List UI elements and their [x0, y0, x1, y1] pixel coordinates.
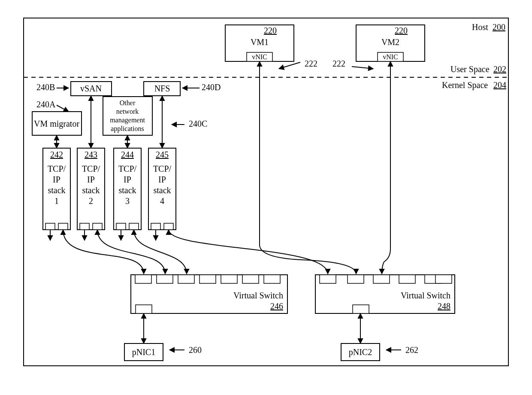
svg-rect-27 [348, 275, 364, 283]
svg-rect-24 [136, 305, 152, 313]
vm-migrator-label: VM migrator [34, 119, 79, 129]
svg-rect-9 [93, 223, 102, 230]
nfs-label: NFS [154, 84, 170, 93]
svg-rect-12 [129, 223, 139, 230]
svg-rect-6 [58, 223, 68, 230]
vm1-vnic-callout: 222 [305, 59, 317, 68]
stack2-l1: TCP/ [82, 164, 100, 173]
svg-rect-11 [116, 223, 126, 230]
tcpip-stack-1: 242 TCP/ IP stack 1 [43, 148, 70, 230]
vm1-name: VM1 [251, 37, 269, 47]
svg-rect-28 [373, 275, 390, 283]
stack1-l2: IP [53, 175, 60, 184]
vswitch1-label: Virtual Switch [233, 291, 283, 300]
pnic1-label: pNIC1 [132, 347, 155, 357]
virtual-switch-2: Virtual Switch 248 [315, 275, 455, 313]
svg-rect-23 [264, 275, 280, 283]
user-space-ref: 202 [493, 64, 506, 74]
stack4-l2: IP [158, 175, 166, 184]
stack2-ref: 243 [85, 150, 97, 159]
svg-rect-32 [353, 305, 369, 313]
stack4-ref: 245 [156, 150, 169, 159]
other-apps-l3: management [110, 116, 145, 124]
tcpip-stack-4: 245 TCP/ IP stack 4 [148, 148, 176, 230]
stack4-l3: stack [153, 185, 171, 195]
other-apps-l4: applications [111, 125, 144, 133]
svg-rect-19 [178, 275, 194, 283]
svg-rect-14 [151, 223, 160, 230]
stack1-ref: 242 [50, 150, 63, 159]
svg-rect-21 [221, 275, 237, 283]
vswitch2-ref: 248 [438, 301, 450, 311]
stack2-l4: 2 [89, 196, 93, 206]
stack1-l3: stack [48, 185, 65, 195]
virtual-switch-1: Virtual Switch 246 [131, 275, 287, 313]
stack4-l1: TCP/ [153, 164, 172, 173]
svg-rect-18 [157, 275, 173, 283]
kernel-space-label: Kernel Space [442, 80, 488, 90]
vswitch2-label: Virtual Switch [401, 291, 450, 300]
vm2-name: VM2 [381, 37, 399, 47]
svg-rect-8 [80, 223, 89, 230]
stack3-l2: IP [124, 175, 131, 184]
stack3-ref: 244 [121, 150, 134, 159]
other-apps-l2: network [116, 108, 139, 115]
svg-rect-31 [435, 275, 452, 283]
other-apps-callout: 240C [189, 119, 207, 128]
svg-rect-15 [164, 223, 173, 230]
stack4-l4: 4 [160, 196, 164, 206]
vsan-callout: 240B [36, 82, 55, 92]
vm2-block: 220 VM2 vNIC [356, 25, 425, 61]
svg-rect-5 [45, 223, 55, 230]
vm2-vnic-callout: 222 [332, 59, 345, 68]
stack2-l2: IP [87, 175, 95, 184]
kernel-space-ref: 204 [493, 80, 506, 90]
stack2-l3: stack [82, 185, 100, 195]
vm1-vnic: vNIC [252, 53, 267, 61]
svg-rect-29 [399, 275, 415, 283]
nfs-callout: 240D [202, 82, 221, 92]
vm-migrator-callout: 240A [36, 100, 56, 109]
vm2-vnic: vNIC [383, 53, 398, 61]
stack1-l4: 1 [54, 196, 59, 206]
stack1-l1: TCP/ [48, 164, 66, 173]
vm2-ref: 220 [395, 26, 408, 35]
svg-rect-22 [242, 275, 259, 283]
vsan-label: vSAN [80, 84, 102, 93]
vm1-block: 220 VM1 vNIC [225, 25, 294, 61]
tcpip-stack-3: 244 TCP/ IP stack 3 [114, 148, 141, 230]
svg-rect-20 [200, 275, 216, 283]
host-label: Host [472, 22, 488, 32]
svg-rect-17 [135, 275, 151, 283]
pnic2-label: pNIC2 [349, 347, 372, 357]
user-space-label: User Space [450, 64, 490, 74]
tcpip-stack-2: 243 TCP/ IP stack 2 [77, 148, 105, 230]
host-ref: 200 [493, 22, 505, 32]
vswitch1-ref: 246 [270, 301, 283, 311]
other-apps-l1: Other [120, 99, 136, 106]
stack3-l4: 3 [125, 196, 130, 206]
pnic1-callout: 260 [189, 345, 202, 355]
pnic2-callout: 262 [405, 345, 418, 355]
stack3-l3: stack [118, 185, 136, 195]
stack3-l1: TCP/ [118, 164, 137, 173]
vm1-ref: 220 [264, 26, 277, 35]
svg-rect-26 [320, 275, 336, 283]
